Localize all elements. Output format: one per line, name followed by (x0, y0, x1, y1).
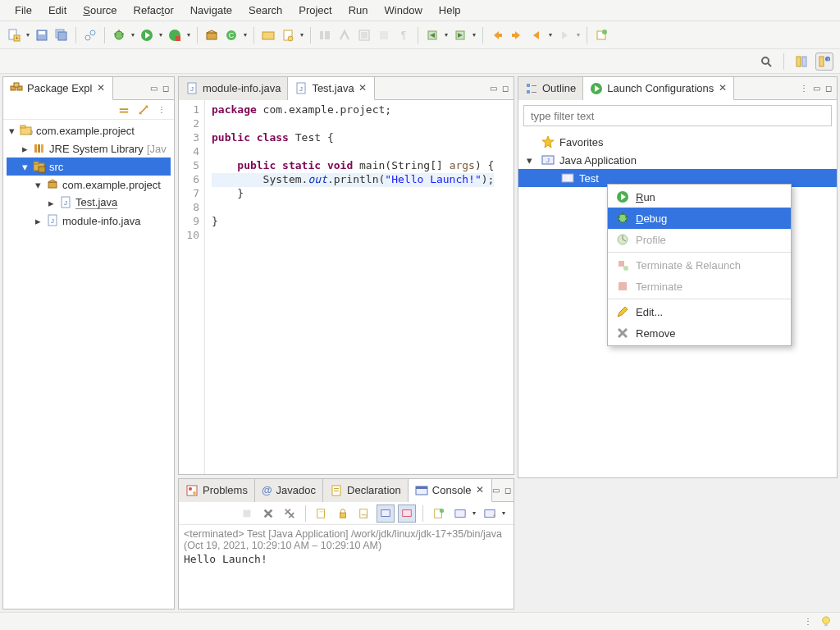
open-console-icon[interactable]: + (481, 504, 499, 523)
minimize-icon[interactable]: ▭ (150, 84, 158, 93)
fwd-edit-button[interactable] (508, 26, 526, 44)
tip-icon[interactable] (820, 616, 832, 628)
code-area[interactable]: package com.example.project; public clas… (205, 100, 494, 474)
tree-file-test[interactable]: ▸ J Test.java (7, 194, 171, 212)
launch-filter-input[interactable] (523, 105, 832, 126)
last-edit-button[interactable] (488, 26, 506, 44)
status-handle-icon[interactable]: ⋮ (804, 617, 812, 626)
open-perspective-button[interactable] (792, 52, 810, 71)
launch-favorites[interactable]: Favorites (518, 133, 837, 151)
remove-launch-icon[interactable] (259, 504, 277, 523)
svg-point-9 (115, 31, 123, 39)
launch-java-app[interactable]: ▾ J Java Application (518, 151, 837, 169)
java-perspective-button[interactable]: J (815, 52, 833, 71)
display-console-icon[interactable] (451, 504, 469, 523)
search-icon[interactable] (757, 52, 775, 71)
ctx-run[interactable]: Run (608, 186, 791, 208)
svg-text:J: J (30, 129, 33, 136)
tab-launch-configurations[interactable]: Launch Configurations ✕ (583, 77, 734, 100)
svg-rect-63 (34, 162, 39, 164)
annotation-prev-button[interactable] (423, 26, 441, 44)
collapse-all-icon[interactable] (118, 104, 130, 116)
maximize-icon[interactable]: ◻ (162, 84, 169, 93)
pin-editor-button[interactable] (592, 26, 610, 44)
new-button[interactable]: + (5, 26, 23, 44)
tree-project[interactable]: ▾ J com.example.project (7, 121, 171, 139)
svg-point-42 (762, 57, 769, 64)
tab-outline[interactable]: Outline (518, 77, 583, 100)
pin-console-icon[interactable] (430, 504, 448, 523)
ctx-remove[interactable]: Remove (608, 322, 791, 344)
new-package-button[interactable] (203, 26, 221, 44)
remove-all-icon[interactable] (281, 504, 299, 523)
menu-edit[interactable]: Edit (40, 1, 75, 20)
menu-help[interactable]: Help (431, 1, 469, 20)
ctx-debug[interactable]: Debug (608, 208, 791, 229)
debug-button[interactable] (110, 26, 128, 44)
svg-marker-107 (542, 136, 554, 148)
tree-src[interactable]: ▾ src (7, 158, 171, 176)
clear-console-icon[interactable] (313, 504, 331, 523)
word-wrap-icon[interactable] (355, 504, 373, 523)
maximize-icon[interactable]: ◻ (504, 486, 511, 495)
menu-search[interactable]: Search (240, 1, 290, 20)
run-button[interactable] (138, 26, 156, 44)
menu-file[interactable]: File (7, 1, 40, 20)
show-on-stdout-icon[interactable] (377, 504, 395, 523)
minimize-icon[interactable]: ▭ (490, 84, 497, 93)
tab-problems[interactable]: Problems (179, 479, 255, 502)
tree-jre[interactable]: ▸ JRE System Library [Jav (7, 139, 171, 158)
tree-label: module-info.java (62, 215, 140, 227)
menu-project[interactable]: Project (290, 1, 340, 20)
tab-javadoc[interactable]: @ Javadoc (255, 479, 323, 502)
menu-window[interactable]: Window (377, 1, 431, 20)
maximize-icon[interactable]: ◻ (825, 84, 832, 93)
outline-icon (525, 82, 538, 95)
ctx-edit[interactable]: Edit... (608, 301, 791, 322)
new-class-button[interactable]: C (222, 26, 240, 44)
view-menu-icon[interactable]: ⋮ (800, 84, 808, 93)
show-whitespace-button[interactable] (375, 26, 393, 44)
open-type-button[interactable] (259, 26, 277, 44)
editor-tab-test[interactable]: J Test.java ✕ (288, 77, 374, 100)
svg-point-77 (193, 491, 196, 495)
close-icon[interactable]: ✕ (358, 84, 368, 93)
close-icon[interactable]: ✕ (476, 486, 485, 495)
save-all-button[interactable] (52, 26, 71, 44)
tab-console[interactable]: Console ✕ (409, 479, 492, 502)
svg-rect-52 (120, 108, 129, 110)
link-button[interactable] (81, 26, 99, 44)
back-button[interactable] (527, 26, 546, 44)
annotation-next-button[interactable] (451, 26, 469, 44)
launch-tree: Favorites ▾ J Java Application J Test (518, 131, 837, 189)
menu-navigate[interactable]: Navigate (182, 1, 240, 20)
terminate-icon[interactable] (238, 504, 256, 523)
forward-button[interactable] (555, 26, 573, 44)
editor-tab-module[interactable]: J module-info.java (179, 77, 288, 100)
menu-refactor[interactable]: Refactor (126, 1, 182, 20)
console-body[interactable]: <terminated> Test [Java Application] /wo… (179, 525, 514, 568)
block-select-button[interactable] (355, 26, 373, 44)
close-icon[interactable]: ✕ (718, 84, 727, 93)
save-button[interactable] (33, 26, 51, 44)
tree-file-module[interactable]: ▸ J module-info.java (7, 212, 171, 230)
package-explorer-tab[interactable]: Package Expl ✕ (3, 77, 113, 100)
minimize-icon[interactable]: ▭ (813, 84, 820, 93)
paragraph-button[interactable]: ¶ (395, 26, 413, 44)
tree-package[interactable]: ▾ com.example.project (7, 176, 171, 194)
link-editor-icon[interactable] (138, 104, 149, 116)
view-menu-icon[interactable]: ⋮ (158, 105, 166, 114)
toggle-breadcrumb-button[interactable] (316, 26, 334, 44)
mark-occurrences-button[interactable] (336, 26, 354, 44)
close-icon[interactable]: ✕ (97, 84, 106, 93)
editor-body[interactable]: 1 2 3 4 5 6 7 8 9 10 package com.example… (179, 100, 514, 474)
scroll-lock-icon[interactable] (334, 504, 352, 523)
show-on-stderr-icon[interactable] (398, 504, 416, 523)
minimize-icon[interactable]: ▭ (492, 486, 500, 495)
search-btn[interactable] (279, 26, 297, 44)
tab-declaration[interactable]: Declaration (323, 479, 409, 502)
coverage-button[interactable] (166, 26, 184, 44)
menu-run[interactable]: Run (340, 1, 377, 20)
menu-source[interactable]: Source (75, 1, 125, 20)
maximize-icon[interactable]: ◻ (502, 84, 509, 93)
